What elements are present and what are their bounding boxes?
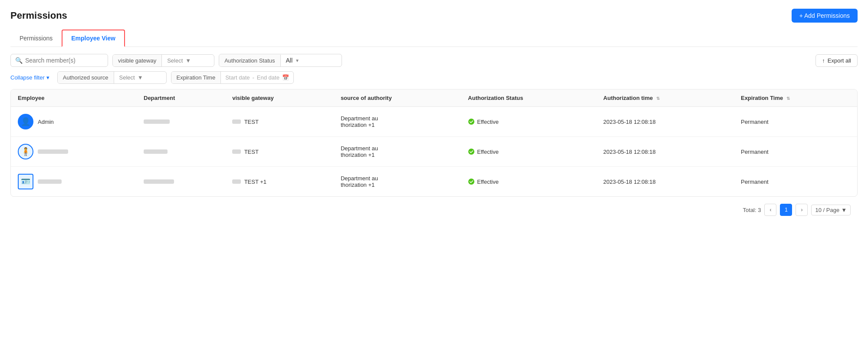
- cell-source-1: Department authorization +1: [334, 107, 461, 137]
- filter-row-2: Collapse filter ▾ Authorized source Sele…: [10, 71, 858, 84]
- cell-auth-status-2: Effective: [461, 137, 596, 167]
- visible-gateway-select[interactable]: Select ▼: [162, 55, 214, 66]
- col-visible-gateway: visible gateway: [225, 89, 334, 107]
- col-expiration-time[interactable]: Expiration Time ⇅: [734, 89, 857, 107]
- employee-cell-1: 👤 Admin: [18, 114, 130, 129]
- next-page-button[interactable]: ›: [796, 204, 808, 216]
- visible-gateway-value: Select: [167, 57, 183, 64]
- table-row: 👤 Admin TEST Department authorization +1: [11, 107, 857, 137]
- page-title: Permissions: [10, 10, 67, 21]
- cell-source-2: Department authorization +1: [334, 137, 461, 167]
- col-department: Department: [137, 89, 225, 107]
- svg-point-1: [468, 149, 474, 155]
- auth-status-value: All: [286, 57, 293, 64]
- expiration-sort-icon: ⇅: [786, 96, 790, 101]
- employee-name-blurred-3: [38, 179, 62, 184]
- page-size-chevron: ▼: [841, 207, 847, 213]
- visible-gateway-label: visible gateway: [113, 55, 162, 66]
- col-employee: Employee: [11, 89, 137, 107]
- gateway-name-2: TEST: [244, 149, 259, 155]
- avatar-admin: 👤: [18, 114, 33, 129]
- cell-employee-2: 🧍: [11, 137, 137, 167]
- source-authority-1: Department authorization +1: [341, 115, 378, 128]
- date-separator: -: [253, 74, 254, 81]
- cell-expiration-2: Permanent: [734, 137, 857, 167]
- table-header: Employee Department visible gateway sour…: [11, 89, 857, 107]
- page-1-button[interactable]: 1: [780, 204, 792, 216]
- auth-status-filter: Authorization Status All ▼: [219, 54, 342, 67]
- tab-permissions[interactable]: Permissions: [10, 30, 62, 46]
- cell-gateway-2: TEST: [225, 137, 334, 167]
- cell-employee-3: 🪪: [11, 167, 137, 197]
- export-button[interactable]: ↑ Export all: [815, 54, 858, 67]
- gateway-blurred-1: [232, 119, 241, 124]
- cell-dept-3: [137, 167, 225, 197]
- col-auth-time[interactable]: Authorization time ⇅: [596, 89, 734, 107]
- avatar-icon-2: 🧍: [21, 147, 30, 156]
- svg-point-2: [468, 179, 474, 185]
- collapse-filter-label: Collapse filter: [10, 74, 45, 81]
- effective-label-1: Effective: [477, 119, 499, 125]
- effective-icon-1: [468, 118, 475, 125]
- collapse-chevron: ▾: [46, 74, 49, 81]
- search-icon: 🔍: [15, 57, 23, 64]
- visible-gateway-chevron: ▼: [185, 57, 191, 64]
- table-row: 🧍 TEST Department authorization +1: [11, 137, 857, 167]
- effective-label-2: Effective: [477, 149, 499, 155]
- page-size-select[interactable]: 10 / Page ▼: [811, 205, 851, 215]
- employee-cell-2: 🧍: [18, 144, 130, 159]
- gateway-blurred-2: [232, 149, 241, 154]
- avatar-2: 🧍: [18, 144, 33, 159]
- effective-badge-1: Effective: [468, 118, 589, 125]
- collapse-filter-button[interactable]: Collapse filter ▾: [10, 74, 49, 81]
- tab-bar: Permissions Employee View: [10, 30, 858, 47]
- cell-auth-status-3: Effective: [461, 167, 596, 197]
- cell-auth-time-2: 2023-05-18 12:08:18: [596, 137, 734, 167]
- dept-blurred-1: [144, 119, 170, 124]
- authorized-source-chevron: ▼: [138, 74, 143, 81]
- search-box[interactable]: 🔍: [10, 54, 108, 67]
- effective-badge-2: Effective: [468, 148, 589, 155]
- authorized-source-filter: Authorized source Select ▼: [57, 71, 167, 84]
- auth-status-label: Authorization Status: [219, 55, 280, 66]
- cell-employee-1: 👤 Admin: [11, 107, 137, 137]
- calendar-icon: 📅: [282, 74, 289, 81]
- col-auth-status: Authorization Status: [461, 89, 596, 107]
- effective-icon-2: [468, 148, 475, 155]
- tab-employee-view[interactable]: Employee View: [62, 30, 125, 47]
- page-size-value: 10 / Page: [815, 207, 839, 213]
- col-source-authority: source of authority: [334, 89, 461, 107]
- pagination: Total: 3 ‹ 1 › 10 / Page ▼: [10, 197, 858, 223]
- cell-dept-1: [137, 107, 225, 137]
- effective-label-3: Effective: [477, 179, 499, 185]
- total-count: Total: 3: [743, 207, 761, 213]
- cell-auth-time-3: 2023-05-18 12:08:18: [596, 167, 734, 197]
- gateway-name-3: TEST +1: [244, 179, 266, 185]
- gateway-name-1: TEST: [244, 119, 259, 125]
- date-range-picker[interactable]: Start date - End date 📅: [221, 72, 293, 83]
- permissions-table: Employee Department visible gateway sour…: [11, 89, 857, 196]
- gateway-blurred-3: [232, 179, 241, 184]
- auth-time-sort-icon: ⇅: [656, 96, 660, 101]
- svg-point-0: [468, 119, 474, 125]
- cell-gateway-3: TEST +1: [225, 167, 334, 197]
- filter-row-1: 🔍 visible gateway Select ▼ Authorization…: [10, 54, 858, 67]
- prev-page-button[interactable]: ‹: [764, 204, 776, 216]
- export-icon: ↑: [822, 57, 825, 64]
- employee-cell-3: 🪪: [18, 174, 130, 189]
- start-date-placeholder: Start date: [225, 74, 250, 81]
- dept-blurred-2: [144, 149, 168, 154]
- search-input[interactable]: [25, 57, 103, 64]
- cell-expiration-3: Permanent: [734, 167, 857, 197]
- auth-status-select[interactable]: All ▼: [281, 54, 342, 66]
- export-label: Export all: [828, 57, 851, 64]
- permissions-page: Permissions + Add Permissions Permission…: [0, 0, 868, 361]
- avatar-icon-3: 🪪: [21, 177, 30, 186]
- expiration-time-filter: Expiration Time Start date - End date 📅: [171, 71, 294, 84]
- cell-auth-status-1: Effective: [461, 107, 596, 137]
- add-permissions-button[interactable]: + Add Permissions: [792, 9, 858, 23]
- end-date-placeholder: End date: [257, 74, 279, 81]
- employee-name-1: Admin: [38, 119, 54, 125]
- authorized-source-select[interactable]: Select ▼: [114, 72, 166, 83]
- table-body: 👤 Admin TEST Department authorization +1: [11, 107, 857, 197]
